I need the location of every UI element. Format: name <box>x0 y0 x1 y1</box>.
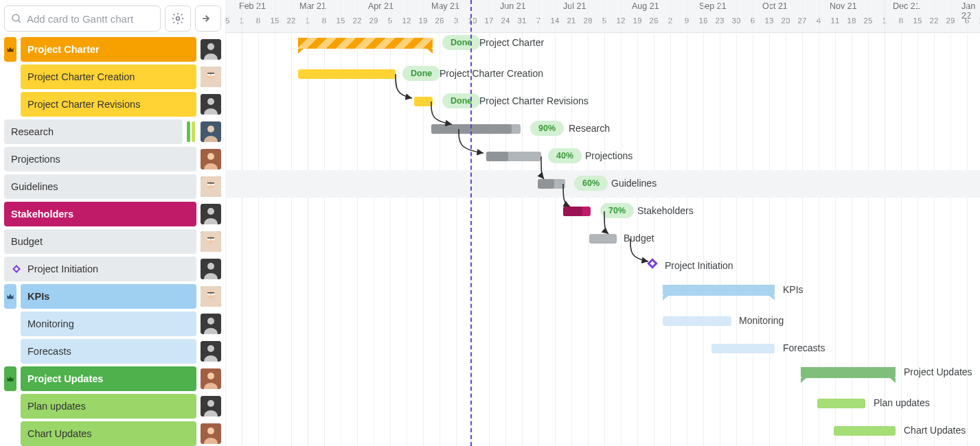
avatar[interactable] <box>201 121 221 142</box>
task-card[interactable]: Projections <box>4 147 196 172</box>
gantt-chart[interactable]: Feb 21Mar 21Apr 21May 21Jun 21Jul 21Aug … <box>225 0 980 446</box>
task-row[interactable]: Plan updates <box>4 394 221 419</box>
avatar[interactable] <box>201 286 221 307</box>
settings-button[interactable] <box>165 5 191 32</box>
status-pill: Done <box>442 35 480 50</box>
gantt-bar-label: KPIs <box>783 284 804 295</box>
gantt-bar-label: Project Charter Revisions <box>479 95 589 106</box>
task-card[interactable]: Chart Updates <box>21 421 196 446</box>
avatar[interactable] <box>201 149 221 169</box>
avatar[interactable] <box>201 259 221 279</box>
gantt-bar[interactable] <box>414 97 433 106</box>
search-box[interactable] <box>4 5 161 32</box>
gantt-bar-label: Projections <box>585 150 633 161</box>
month-label: Mar 21 <box>299 1 326 11</box>
collapse-button[interactable] <box>195 5 221 32</box>
task-row[interactable]: Project Initiation <box>4 257 221 281</box>
task-row[interactable]: Chart Updates <box>4 421 221 446</box>
expand-handle[interactable] <box>4 37 16 62</box>
avatar[interactable] <box>201 423 221 444</box>
avatar[interactable] <box>201 231 221 252</box>
svg-point-0 <box>12 14 19 21</box>
task-row[interactable]: Project Charter Creation <box>4 64 221 89</box>
task-label: Budget <box>11 236 43 247</box>
expand-handle[interactable] <box>4 284 16 309</box>
task-row[interactable]: Stakeholders <box>4 202 221 226</box>
task-card[interactable]: Project Initiation <box>4 257 196 281</box>
avatar[interactable] <box>201 396 221 416</box>
task-row[interactable]: Project Updates <box>4 366 221 391</box>
task-label: Forecasts <box>27 346 71 357</box>
task-card[interactable]: Guidelines <box>4 174 196 199</box>
avatar[interactable] <box>201 341 221 362</box>
milestone-marker[interactable] <box>646 257 659 272</box>
gantt-bar[interactable] <box>663 285 775 296</box>
gantt-bar[interactable] <box>834 426 896 436</box>
task-label: Project Updates <box>27 373 103 384</box>
today-marker <box>470 0 472 446</box>
gantt-bar-label: Plan updates <box>874 397 930 408</box>
gantt-bar[interactable] <box>711 344 775 353</box>
task-card[interactable]: Budget <box>4 229 196 254</box>
status-pill: Done <box>402 66 440 81</box>
avatar[interactable] <box>201 368 221 389</box>
gantt-bar[interactable] <box>563 207 591 216</box>
avatar[interactable] <box>201 314 221 334</box>
svg-point-43 <box>207 400 214 407</box>
task-card[interactable]: Research <box>4 119 183 144</box>
task-card[interactable]: Forecasts <box>21 339 196 364</box>
search-icon <box>10 12 23 25</box>
avatar[interactable] <box>201 67 221 87</box>
gantt-bar[interactable] <box>431 124 521 134</box>
task-row[interactable]: Research <box>4 119 221 144</box>
task-card[interactable]: Project Updates <box>21 366 196 391</box>
gantt-bar[interactable] <box>801 367 896 378</box>
task-row[interactable]: KPIs <box>4 284 221 309</box>
svg-rect-46 <box>648 259 656 267</box>
task-row[interactable]: Project Charter Revisions <box>4 92 221 117</box>
crown-icon <box>6 292 14 301</box>
task-card[interactable]: Monitoring <box>21 312 196 336</box>
gantt-bar[interactable] <box>298 38 433 49</box>
month-label: Jul 21 <box>563 1 586 11</box>
task-card[interactable]: Plan updates <box>21 394 196 419</box>
task-card[interactable]: KPIs <box>21 284 196 309</box>
avatar[interactable] <box>201 94 221 115</box>
avatar[interactable] <box>201 39 221 60</box>
gantt-bar[interactable] <box>589 234 617 244</box>
task-row[interactable]: Monitoring <box>4 312 221 336</box>
diamond-icon <box>11 263 22 274</box>
task-card[interactable]: Project Charter Creation <box>21 64 196 89</box>
task-label: Project Charter <box>27 44 100 55</box>
task-row[interactable]: Project Charter <box>4 37 221 62</box>
gantt-bar[interactable] <box>486 152 541 161</box>
task-row[interactable]: Projections <box>4 147 221 172</box>
gantt-bar-label: Guidelines <box>611 178 657 189</box>
gantt-bar[interactable] <box>817 399 865 408</box>
avatar[interactable] <box>201 176 221 197</box>
expand-handle[interactable] <box>4 366 16 391</box>
svg-point-2 <box>176 17 180 21</box>
status-pill: 60% <box>574 176 608 191</box>
gantt-bar-label: Project Updates <box>904 366 972 377</box>
svg-point-22 <box>207 208 214 215</box>
task-card[interactable]: Stakeholders <box>4 202 196 226</box>
month-label: May 21 <box>431 1 459 11</box>
crown-icon <box>6 45 14 54</box>
task-row[interactable]: Forecasts <box>4 339 221 364</box>
gantt-bar[interactable] <box>298 69 396 79</box>
svg-rect-9 <box>207 73 214 74</box>
svg-point-4 <box>207 43 214 50</box>
search-input[interactable] <box>27 13 155 25</box>
task-label: Stakeholders <box>11 209 73 220</box>
task-row[interactable]: Budget <box>4 229 221 254</box>
gear-icon <box>171 12 185 25</box>
gantt-bar[interactable] <box>663 316 731 326</box>
gantt-bar-label: Forecasts <box>783 342 825 353</box>
task-label: Project Charter Revisions <box>27 99 140 110</box>
task-row[interactable]: Guidelines <box>4 174 221 199</box>
task-card[interactable]: Project Charter Revisions <box>21 92 196 117</box>
gantt-bar[interactable] <box>538 179 565 189</box>
avatar[interactable] <box>201 204 221 224</box>
task-card[interactable]: Project Charter <box>21 37 196 62</box>
